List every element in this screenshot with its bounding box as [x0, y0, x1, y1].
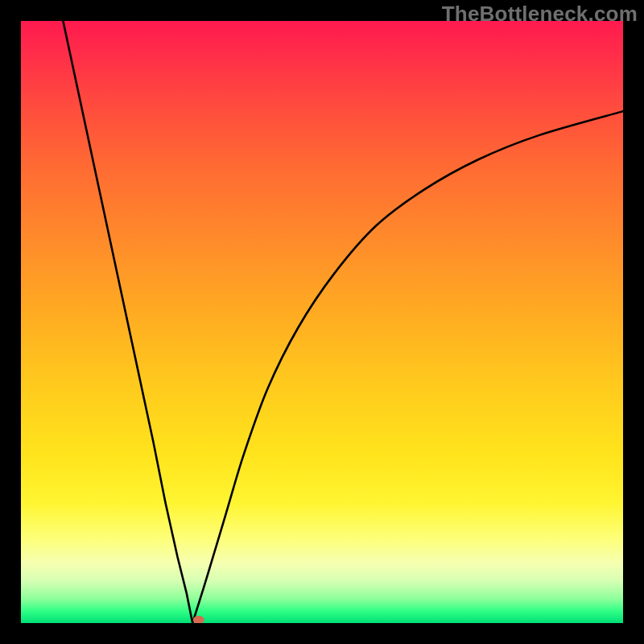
bottleneck-curve [21, 21, 623, 623]
plot-area [21, 21, 623, 623]
chart-frame: TheBottleneck.com [0, 0, 644, 644]
curve-path [63, 21, 623, 623]
